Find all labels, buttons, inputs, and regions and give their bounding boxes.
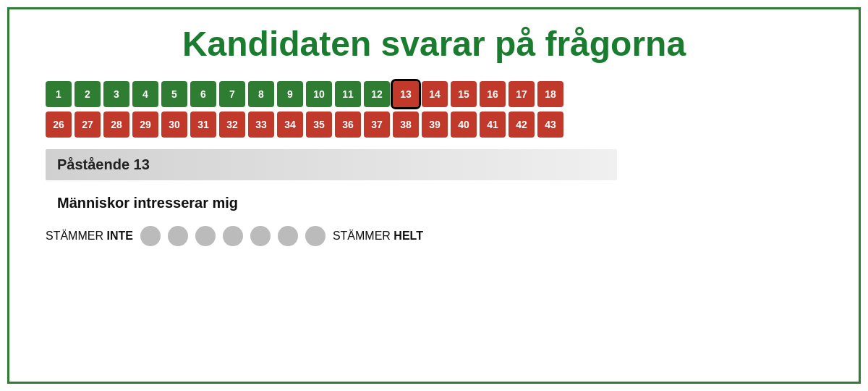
number-btn-9[interactable]: 9 [277, 81, 303, 107]
number-btn-27[interactable]: 27 [75, 112, 101, 138]
number-btn-38[interactable]: 38 [393, 112, 419, 138]
number-btn-8[interactable]: 8 [248, 81, 274, 107]
scale-option-1[interactable] [140, 226, 161, 246]
number-btn-30[interactable]: 30 [161, 112, 187, 138]
number-btn-4[interactable]: 4 [132, 81, 158, 107]
number-row-2: 262728293031323334353637383940414243 [46, 112, 563, 138]
number-btn-37[interactable]: 37 [364, 112, 390, 138]
number-btn-43[interactable]: 43 [537, 112, 563, 138]
number-btn-18[interactable]: 18 [537, 81, 563, 107]
page-title: Kandidaten svarar på frågorna [182, 24, 686, 64]
statement-bar: Påstående 13 [46, 149, 617, 180]
number-btn-40[interactable]: 40 [451, 112, 477, 138]
number-btn-41[interactable]: 41 [480, 112, 506, 138]
number-btn-36[interactable]: 36 [335, 112, 361, 138]
number-btn-3[interactable]: 3 [103, 81, 129, 107]
number-btn-31[interactable]: 31 [190, 112, 216, 138]
number-btn-39[interactable]: 39 [422, 112, 448, 138]
scale-option-2[interactable] [168, 226, 188, 246]
number-btn-35[interactable]: 35 [306, 112, 332, 138]
scale-option-4[interactable] [223, 226, 243, 246]
scale-option-5[interactable] [250, 226, 271, 246]
number-rows: 123456789101112131415161718 262728293031… [46, 81, 563, 138]
number-btn-2[interactable]: 2 [75, 81, 101, 107]
number-btn-16[interactable]: 16 [480, 81, 506, 107]
number-btn-12[interactable]: 12 [364, 81, 390, 107]
scale-option-7[interactable] [305, 226, 326, 246]
radio-group [140, 226, 326, 246]
number-btn-1[interactable]: 1 [46, 81, 72, 107]
question-label: Människor intresserar mig [57, 195, 238, 211]
scale-option-6[interactable] [278, 226, 298, 246]
number-btn-13[interactable]: 13 [393, 81, 419, 107]
number-btn-11[interactable]: 11 [335, 81, 361, 107]
number-btn-42[interactable]: 42 [509, 112, 535, 138]
number-btn-10[interactable]: 10 [306, 81, 332, 107]
number-btn-14[interactable]: 14 [422, 81, 448, 107]
number-btn-6[interactable]: 6 [190, 81, 216, 107]
scale-option-3[interactable] [195, 226, 216, 246]
number-btn-15[interactable]: 15 [451, 81, 477, 107]
number-btn-33[interactable]: 33 [248, 112, 274, 138]
scale-right-label: STÄMMER HELT [333, 230, 423, 243]
number-row-1: 123456789101112131415161718 [46, 81, 563, 107]
number-btn-28[interactable]: 28 [103, 112, 129, 138]
scale-row: STÄMMER INTE STÄMMER HELT [46, 226, 423, 246]
number-btn-26[interactable]: 26 [46, 112, 72, 138]
scale-left-label: STÄMMER INTE [46, 230, 133, 243]
number-btn-7[interactable]: 7 [219, 81, 245, 107]
main-container: Kandidaten svarar på frågorna 1234567891… [7, 7, 861, 384]
number-btn-17[interactable]: 17 [509, 81, 535, 107]
number-btn-5[interactable]: 5 [161, 81, 187, 107]
number-btn-32[interactable]: 32 [219, 112, 245, 138]
number-btn-34[interactable]: 34 [277, 112, 303, 138]
number-btn-29[interactable]: 29 [132, 112, 158, 138]
